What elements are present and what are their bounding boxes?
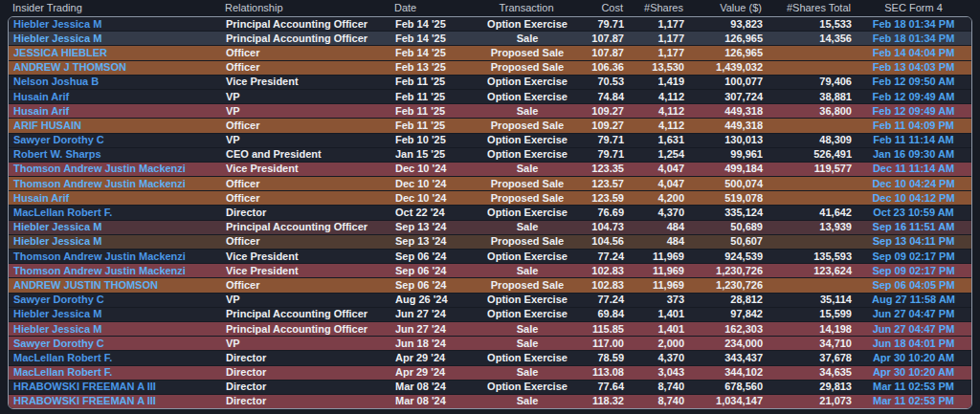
- cell-insider: MacLellan Robert F.: [9, 207, 221, 218]
- cell-insider: HRABOWSKI FREEMAN A III: [9, 396, 221, 406]
- cell-value: 678,560: [688, 381, 767, 392]
- sec-form-link[interactable]: Feb 12 09:50 AM: [873, 76, 955, 87]
- column-header-value[interactable]: Value ($): [687, 3, 766, 13]
- insider-link[interactable]: Husain Arif: [13, 92, 69, 102]
- sec-form-link[interactable]: Jun 27 04:47 PM: [873, 324, 955, 335]
- insider-link[interactable]: HRABOWSKI FREEMAN A III: [13, 381, 156, 392]
- sec-form-link[interactable]: Dec 11 11:14 AM: [873, 163, 954, 174]
- insider-link[interactable]: MacLellan Robert F.: [13, 353, 112, 363]
- cell-transaction: Proposed Sale: [478, 62, 577, 73]
- insider-link[interactable]: Robert W. Sharps: [13, 149, 101, 160]
- cell-cost: 107.87: [577, 33, 631, 44]
- sec-form-link[interactable]: Jun 27 04:47 PM: [873, 309, 955, 319]
- insider-link[interactable]: Hiebler Jessica M: [13, 236, 101, 247]
- table-row: Hiebler Jessica MPrincipal Accounting Of…: [9, 220, 971, 234]
- cell-transaction: Option Exercise: [478, 76, 577, 87]
- insider-link[interactable]: Sawyer Dorothy C: [13, 135, 104, 145]
- cell-date: Sep 06 '24: [390, 280, 478, 291]
- cell-relationship: VP: [221, 92, 390, 102]
- cell-shares: 2,000: [631, 338, 688, 349]
- insider-link[interactable]: Hiebler Jessica M: [13, 309, 101, 319]
- cell-cost: 79.71: [577, 135, 631, 145]
- cell-sec_form: Mar 11 02:53 PM: [856, 396, 971, 406]
- insider-link[interactable]: ANDREW JUSTIN THOMSON: [13, 280, 158, 291]
- insider-link[interactable]: MacLellan Robert F.: [13, 367, 112, 378]
- cell-relationship: Director: [221, 353, 390, 363]
- column-header-relationship[interactable]: Relationship: [220, 3, 389, 13]
- cell-shares_total: 34,710: [767, 338, 856, 349]
- insider-link[interactable]: Sawyer Dorothy C: [13, 338, 104, 349]
- cell-date: Apr 29 '24: [390, 353, 478, 363]
- cell-shares_total: 119,577: [767, 163, 856, 174]
- cell-cost: 109.27: [577, 120, 631, 131]
- cell-relationship: VP: [221, 106, 390, 117]
- insider-link[interactable]: HRABOWSKI FREEMAN A III: [13, 396, 156, 406]
- sec-form-link[interactable]: Feb 11 04:09 PM: [873, 120, 954, 131]
- sec-form-link[interactable]: Jun 18 04:01 PM: [873, 338, 955, 349]
- sec-form-link[interactable]: Jan 16 09:30 AM: [873, 149, 954, 160]
- cell-sec_form: Sep 09 02:17 PM: [856, 251, 971, 262]
- cell-relationship: Director: [221, 207, 390, 218]
- sec-form-link[interactable]: Feb 13 04:03 PM: [873, 62, 955, 73]
- sec-form-link[interactable]: Sep 09 02:17 PM: [872, 251, 954, 262]
- sec-form-link[interactable]: Mar 11 02:53 PM: [873, 381, 954, 392]
- cell-transaction: Proposed Sale: [478, 193, 577, 204]
- sec-form-link[interactable]: Sep 13 04:11 PM: [873, 236, 955, 247]
- sec-form-link[interactable]: Apr 30 10:20 AM: [873, 353, 954, 363]
- column-header-cost[interactable]: Cost: [576, 3, 630, 13]
- sec-form-link[interactable]: Dec 10 04:12 PM: [872, 193, 954, 204]
- insider-link[interactable]: Hiebler Jessica M: [13, 33, 101, 44]
- column-header-shares[interactable]: #Shares: [630, 3, 687, 13]
- sec-form-link[interactable]: Apr 30 10:20 AM: [873, 367, 954, 378]
- cell-cost: 106.36: [577, 62, 631, 73]
- cell-value: 50,689: [688, 222, 767, 232]
- cell-transaction: Sale: [478, 324, 577, 335]
- cell-shares: 484: [631, 222, 688, 232]
- cell-cost: 123.57: [577, 179, 631, 189]
- cell-transaction: Proposed Sale: [478, 120, 577, 131]
- insider-link[interactable]: Thomson Andrew Justin Mackenzi: [13, 251, 186, 262]
- cell-cost: 69.84: [577, 309, 631, 319]
- cell-sec_form: Aug 27 11:58 AM: [856, 294, 971, 305]
- column-header-insider[interactable]: Insider Trading: [8, 3, 220, 13]
- cell-shares_total: 14,356: [767, 33, 856, 44]
- column-header-transaction[interactable]: Transaction: [477, 3, 576, 13]
- insider-link[interactable]: Thomson Andrew Justin Mackenzi: [13, 163, 186, 174]
- insider-link[interactable]: Thomson Andrew Justin Mackenzi: [13, 266, 186, 276]
- insider-link[interactable]: JESSICA HIEBLER: [13, 48, 107, 58]
- insider-link[interactable]: Husain Arif: [13, 193, 69, 204]
- table-row: Sawyer Dorothy CVPFeb 10 '25Option Exerc…: [9, 133, 971, 147]
- column-header-sec_form[interactable]: SEC Form 4: [855, 3, 972, 13]
- sec-form-link[interactable]: Feb 18 01:34 PM: [873, 33, 955, 44]
- insider-link[interactable]: Sawyer Dorothy C: [13, 294, 104, 305]
- cell-date: Jun 27 '24: [390, 324, 478, 335]
- insider-link[interactable]: MacLellan Robert F.: [13, 207, 112, 218]
- sec-form-link[interactable]: Sep 09 02:17 PM: [872, 266, 954, 276]
- cell-relationship: Officer: [221, 280, 390, 291]
- sec-form-link[interactable]: Oct 23 10:59 AM: [873, 207, 954, 218]
- column-header-shares_total[interactable]: #Shares Total: [766, 3, 855, 13]
- column-header-date[interactable]: Date: [389, 3, 477, 13]
- insider-link[interactable]: ANDREW J THOMSON: [13, 62, 126, 73]
- sec-form-link[interactable]: Mar 11 02:53 PM: [873, 396, 954, 406]
- cell-insider: Hiebler Jessica M: [9, 19, 221, 30]
- sec-form-link[interactable]: Feb 14 04:04 PM: [873, 48, 955, 58]
- cell-shares: 373: [631, 294, 688, 305]
- insider-link[interactable]: Thomson Andrew Justin Mackenzi: [13, 179, 186, 189]
- sec-form-link[interactable]: Aug 27 11:58 AM: [872, 294, 955, 305]
- sec-form-link[interactable]: Feb 18 01:34 PM: [873, 19, 955, 30]
- insider-link[interactable]: Hiebler Jessica M: [13, 19, 101, 30]
- insider-link[interactable]: Husain Arif: [13, 106, 69, 117]
- sec-form-link[interactable]: Feb 12 09:49 AM: [873, 92, 955, 102]
- sec-form-link[interactable]: Sep 06 04:05 PM: [872, 280, 954, 291]
- sec-form-link[interactable]: Feb 11 11:14 AM: [873, 135, 954, 145]
- insider-link[interactable]: Hiebler Jessica M: [13, 324, 101, 335]
- sec-form-link[interactable]: Sep 16 11:51 AM: [873, 222, 955, 232]
- sec-form-link[interactable]: Dec 10 04:24 PM: [872, 179, 954, 189]
- insider-link[interactable]: Hiebler Jessica M: [13, 222, 101, 232]
- insider-link[interactable]: ARIF HUSAIN: [13, 120, 81, 131]
- sec-form-link[interactable]: Feb 12 09:49 AM: [873, 106, 955, 117]
- cell-shares: 3,043: [631, 367, 688, 378]
- cell-sec_form: Sep 16 11:51 AM: [856, 222, 971, 232]
- insider-link[interactable]: Nelson Joshua B: [13, 76, 99, 87]
